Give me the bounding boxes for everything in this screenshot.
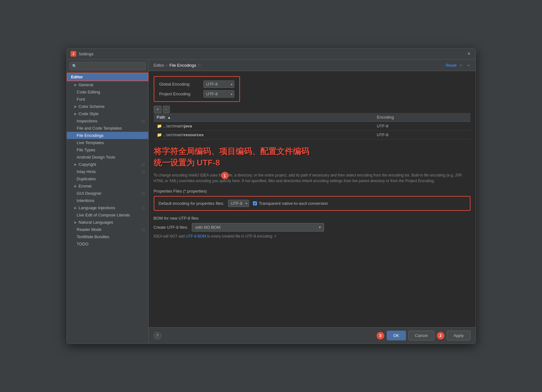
table-cell-path: 📁 ...\src\main\java [154,122,374,131]
help-button[interactable]: ? [154,332,161,339]
project-encoding-select-wrapper: UTF-8 UTF-16 ISO-8859-1 [203,90,234,98]
add-path-button[interactable]: + [154,106,162,113]
sidebar-item-label: TextMate Bundles [77,234,109,239]
create-utf8-label: Create UTF-8 files: [154,225,188,230]
search-icon: 🔍 [72,64,77,68]
table-cell-encoding: UTF-8 [374,122,470,131]
project-encoding-label: Project Encoding: [159,92,203,96]
sidebar-item-label: Intentions [77,198,94,203]
table-cell-encoding: UTF-8 [374,131,470,139]
bom-select[interactable]: with NO BOM with BOM [192,223,324,232]
utf8-bom-link[interactable]: UTF-8 BOM [186,234,206,238]
sidebar-item-emmet[interactable]: ▶ Emmet [67,182,148,190]
expand-arrow: ▶ [74,206,77,210]
close-button[interactable]: × [466,51,471,57]
transparent-conversion-label: Transparent native-to-ascii conversion [259,201,328,206]
sidebar-item-code-style[interactable]: ▶ Code Style [67,110,148,117]
info-text: To change encoding IntelliJ IDEA uses fo… [154,172,471,184]
sidebar-item-font[interactable]: Font [67,96,148,103]
transparent-conversion-wrapper: Transparent native-to-ascii conversion [253,201,328,206]
settings-badge: □ [142,119,145,123]
props-encoding-select[interactable]: UTF-8 [228,200,249,207]
nav-back-button[interactable]: ← [459,63,464,68]
sidebar-item-label: GUI Designer [77,191,102,196]
sidebar: 🔍 Editor ▶ General Code Editing Font ▶ C… [67,59,149,344]
sidebar-item-live-edit-compose[interactable]: Live Edit of Compose Literals [67,211,148,219]
search-input[interactable] [77,64,143,68]
sidebar-item-intentions[interactable]: Intentions [67,197,148,204]
folder-icon: 📁 [157,132,162,137]
sidebar-item-copyright[interactable]: ▶ Copyright □ [67,161,148,168]
sidebar-item-gui-designer[interactable]: GUI Designer □ [67,190,148,197]
sidebar-item-label: Font [77,97,85,102]
settings-badge: □ [142,228,145,232]
sidebar-item-todo[interactable]: TODO [67,240,148,248]
sidebar-item-android-design-tools[interactable]: Android Design Tools [67,154,148,161]
table-row[interactable]: 📁 ...\src\main\resources UTF-8 [154,131,471,139]
sidebar-item-general[interactable]: ▶ General [67,81,148,88]
path-end: resources [184,132,203,137]
sidebar-item-code-editing[interactable]: Code Editing [67,88,148,96]
breadcrumb-separator: › [166,63,167,68]
table-header-encoding[interactable]: Encoding [374,113,470,122]
bom-row: Create UTF-8 files: with NO BOM with BOM [154,223,471,232]
content-area: Global Encoding: UTF-8 UTF-16 ISO-8859-1… [149,71,476,327]
header-actions: Reset ← → [446,63,471,68]
sidebar-item-label: Copyright [79,162,96,167]
expand-arrow: ▶ [74,112,77,115]
project-encoding-select[interactable]: UTF-8 UTF-16 ISO-8859-1 [203,90,234,98]
bom-section: BOM for new UTF-8 files Create UTF-8 fil… [154,216,471,238]
table-row[interactable]: 📁 ...\src\main\java UTF-8 [154,122,471,131]
transparent-conversion-checkbox[interactable] [253,201,257,205]
file-encoding-table: Path ▲ Encoding 📁 ...\src\main\java [154,113,471,139]
sidebar-item-label: Code Editing [77,90,100,94]
path-prefix: ...\src\main\ [163,132,184,137]
nav-forward-button[interactable]: → [466,63,471,68]
sidebar-item-label: Color Scheme [79,104,105,109]
sidebar-item-file-types[interactable]: File Types [67,146,148,154]
main-content: Editor › File Encodings □ Reset ← → Glob… [149,59,476,344]
settings-badge: □ [142,206,145,210]
sidebar-item-label: File and Code Templates [77,126,122,131]
apply-button[interactable]: Apply [447,331,471,340]
settings-dialog: J Settings × 🔍 Editor ▶ General Code Edi… [66,48,476,344]
sidebar-item-textmate-bundles[interactable]: TextMate Bundles [67,233,148,240]
ok-button[interactable]: OK [387,331,406,340]
path-end: java [184,124,192,128]
expand-arrow: ▶ [74,83,77,87]
sidebar-item-label: Live Edit of Compose Literals [77,213,130,217]
global-encoding-select[interactable]: UTF-8 UTF-16 ISO-8859-1 [203,81,234,88]
sidebar-item-inlay-hints[interactable]: Inlay Hints □ [67,168,148,175]
sidebar-item-duplicates[interactable]: Duplicates [67,175,148,182]
breadcrumb-parent: Editor [154,63,164,68]
search-box[interactable]: 🔍 [69,62,146,70]
sidebar-item-language-injections[interactable]: ▶ Language Injections □ [67,204,148,211]
annotation-overlay: 将字符全局编码、项目编码、配置文件编码 统一设置为 UTF-8 [154,146,471,169]
expand-arrow: ▶ [74,221,77,224]
cancel-button[interactable]: Cancel [408,331,434,340]
badge-3: 3 [377,332,384,339]
sidebar-item-file-encodings[interactable]: File Encodings □ [67,132,148,139]
sidebar-item-inspections[interactable]: Inspections □ [67,117,148,125]
app-icon: J [71,51,76,57]
sidebar-item-color-scheme[interactable]: ▶ Color Scheme [67,103,148,110]
dialog-title: Settings [79,52,466,56]
content-header: Editor › File Encodings □ Reset ← → [149,59,476,71]
expand-arrow: ▶ [74,105,77,108]
sidebar-item-reader-mode[interactable]: Reader Mode □ [67,226,148,233]
sidebar-item-label: Code Style [79,111,99,116]
sidebar-item-label: File Types [77,148,95,152]
sidebar-item-label: General [79,82,93,87]
global-encoding-row: Global Encoding: UTF-8 UTF-16 ISO-8859-1 [159,81,234,88]
remove-path-button[interactable]: - [163,106,170,113]
sidebar-item-live-templates[interactable]: Live Templates [67,139,148,146]
sidebar-item-natural-languages[interactable]: ▶ Natural Languages [67,219,148,226]
table-header-path[interactable]: Path ▲ [154,113,374,122]
path-toolbar: + - [154,106,471,113]
bom-select-wrapper: with NO BOM with BOM [192,223,324,232]
sidebar-item-editor[interactable]: Editor [67,73,148,81]
reset-button[interactable]: Reset [446,63,457,68]
sidebar-item-label: Android Design Tools [77,155,116,160]
sidebar-item-file-code-templates[interactable]: File and Code Templates [67,125,148,132]
bom-section-title: BOM for new UTF-8 files [154,216,471,221]
